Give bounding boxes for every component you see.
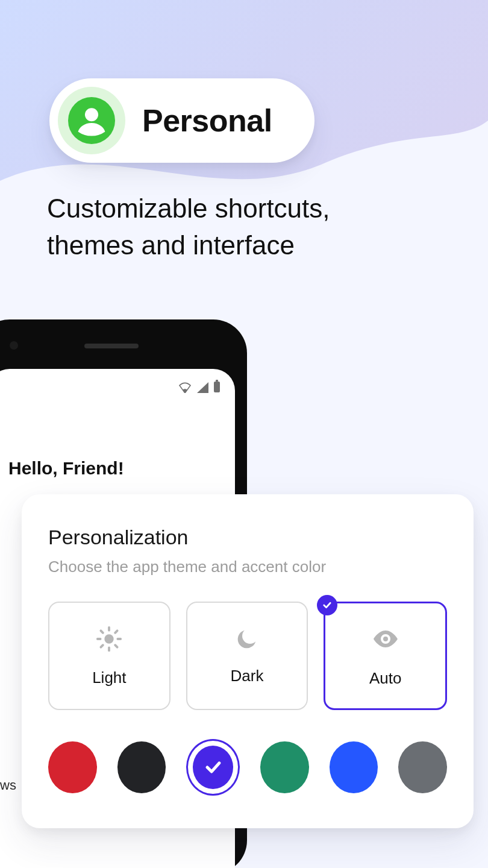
greeting-text: Hello, Friend! (8, 458, 124, 479)
headline: Customizable shortcuts, themes and inter… (47, 190, 452, 263)
svg-rect-3 (216, 380, 218, 382)
theme-options: Light Dark Auto (48, 602, 447, 710)
theme-option-auto[interactable]: Auto (324, 602, 447, 710)
person-icon (58, 87, 125, 154)
card-title: Personalization (48, 526, 447, 549)
accent-swatch-grey[interactable] (398, 741, 447, 793)
badge-label: Personal (142, 102, 272, 139)
svg-line-11 (101, 645, 103, 647)
eye-icon (371, 624, 400, 656)
battery-icon (213, 380, 221, 393)
sun-icon (95, 625, 123, 655)
signal-icon (196, 382, 208, 393)
wifi-icon (178, 382, 192, 393)
headline-line-1: Customizable shortcuts, (47, 190, 452, 227)
svg-point-1 (85, 108, 98, 121)
svg-line-9 (101, 631, 103, 632)
svg-rect-2 (214, 382, 220, 392)
accent-swatch-purple[interactable] (186, 739, 240, 796)
personalization-card: Personalization Choose the app theme and… (22, 494, 474, 828)
moon-icon (235, 627, 259, 653)
check-icon (203, 757, 224, 778)
theme-option-dark[interactable]: Dark (186, 602, 308, 710)
accent-swatch-red[interactable] (48, 741, 97, 793)
card-subtitle: Choose the app theme and accent color (48, 558, 447, 576)
accent-color-row (48, 739, 447, 796)
theme-label: Auto (369, 669, 402, 688)
theme-option-light[interactable]: Light (48, 602, 170, 710)
category-badge: Personal (49, 78, 314, 163)
svg-point-13 (383, 637, 388, 641)
stray-edge-text: ws (0, 778, 16, 793)
selected-check-icon (317, 595, 337, 615)
status-bar (178, 380, 221, 393)
svg-point-4 (105, 634, 114, 643)
theme-label: Dark (231, 667, 264, 685)
accent-swatch-black[interactable] (117, 741, 166, 793)
svg-line-10 (115, 645, 117, 647)
accent-swatch-green[interactable] (260, 741, 309, 793)
svg-line-12 (115, 631, 117, 632)
accent-swatch-blue[interactable] (330, 741, 378, 793)
theme-label: Light (92, 668, 126, 687)
headline-line-2: themes and interface (47, 227, 452, 264)
